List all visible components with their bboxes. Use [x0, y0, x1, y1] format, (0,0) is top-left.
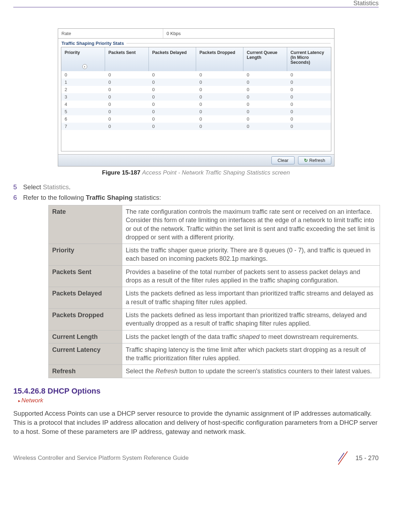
definition-text: Lists the packet length of the data traf…: [122, 330, 380, 343]
refresh-button[interactable]: Refresh: [298, 156, 331, 164]
cell: 0: [105, 101, 149, 108]
definition-row: Current LatencyTraffic shaping latency i…: [49, 343, 380, 365]
cell: 0: [196, 101, 243, 108]
definition-row: Current LengthLists the packet length of…: [49, 330, 380, 343]
step-6: 6 Refer to the following Traffic Shaping…: [13, 194, 379, 202]
col-packets-sent[interactable]: Packets Sent: [105, 47, 149, 71]
col-packets-dropped[interactable]: Packets Dropped: [196, 47, 243, 71]
col-packets-delayed[interactable]: Packets Delayed: [149, 47, 196, 71]
figure-desc: Access Point - Network Traffic Shaping S…: [142, 169, 290, 176]
step-num: 6: [13, 194, 23, 202]
cell: 0: [105, 123, 149, 130]
fieldset-title: Traffic Shaping Priority Stats: [58, 39, 334, 47]
cell: 0: [287, 71, 331, 79]
cell: 0: [196, 108, 243, 115]
cell: 0: [287, 115, 331, 123]
table-row[interactable]: 500000: [61, 108, 331, 115]
definition-term: Rate: [49, 205, 122, 244]
cell: 3: [61, 93, 105, 101]
grid-empty-space: [61, 130, 331, 151]
cell: 0: [149, 86, 196, 93]
table-row[interactable]: 600000: [61, 115, 331, 123]
cell: 0: [243, 108, 287, 115]
definition-text: Provides a baseline of the total number …: [122, 265, 380, 287]
table-row[interactable]: 200000: [61, 86, 331, 93]
rate-row: Rate 0 Kbps: [58, 29, 334, 39]
table-row[interactable]: 100000: [61, 79, 331, 86]
table-row[interactable]: 400000: [61, 101, 331, 108]
clear-button[interactable]: Clear: [271, 156, 294, 164]
cell: 0: [243, 93, 287, 101]
grid-body: 0000001000002000003000004000005000006000…: [61, 71, 331, 130]
definition-row: Packets SentProvides a baseline of the t…: [49, 265, 380, 287]
definition-text: The rate configuration controls the maxi…: [122, 205, 380, 244]
cell: 0: [61, 71, 105, 79]
definition-text: Lists the packets defined as less import…: [122, 287, 380, 309]
definition-text: Select the Refresh button to update the …: [122, 365, 380, 378]
fieldset-rule: [126, 43, 331, 43]
cell: 0: [149, 115, 196, 123]
cell: 0: [105, 115, 149, 123]
definition-text: Traffic shaping latency is the time limi…: [122, 343, 380, 365]
col-current-queue[interactable]: Current Queue Length: [243, 47, 287, 71]
cell: 0: [196, 86, 243, 93]
cell: 0: [287, 123, 331, 130]
cell: 0: [149, 101, 196, 108]
cell: 0: [243, 86, 287, 93]
cell: 0: [149, 71, 196, 79]
definition-term: Priority: [49, 244, 122, 266]
step-num: 5: [13, 183, 23, 191]
cell: 0: [105, 71, 149, 79]
definitions-table: RateThe rate configuration controls the …: [48, 205, 380, 378]
page-footer: Wireless Controller and Service Platform…: [13, 450, 379, 466]
table-row[interactable]: 700000: [61, 123, 331, 130]
grid-header: Priority • Packets Sent Packets Delayed …: [61, 47, 331, 71]
table-row[interactable]: 000000: [61, 71, 331, 79]
cell: 0: [287, 93, 331, 101]
button-bar: Clear Refresh: [58, 154, 334, 166]
cell: 0: [287, 79, 331, 86]
figure-label: Figure 15-187: [102, 169, 140, 176]
cell: 0: [243, 71, 287, 79]
cell: 0: [149, 123, 196, 130]
cell: 0: [243, 79, 287, 86]
definition-text: Lists the traffic shaper queue priority.…: [122, 244, 380, 266]
cell: 0: [243, 115, 287, 123]
header-rule: Statistics: [13, 7, 379, 7]
rate-value: 0 Kbps: [163, 29, 184, 38]
definition-text: Lists the packets defined as less import…: [122, 308, 380, 330]
definition-row: RateThe rate configuration controls the …: [49, 205, 380, 244]
breadcrumb-network[interactable]: Network: [18, 397, 43, 404]
cell: 0: [196, 115, 243, 123]
rate-label: Rate: [58, 29, 163, 38]
cell: 0: [149, 93, 196, 101]
footer-page-number: 15 - 270: [355, 455, 379, 462]
definition-row: RefreshSelect the Refresh button to upda…: [49, 365, 380, 378]
col-current-latency[interactable]: Current Latency (In Micro Seconds): [287, 47, 331, 71]
cell: 0: [149, 108, 196, 115]
cell: 0: [105, 93, 149, 101]
definition-term: Current Length: [49, 330, 122, 343]
footer-guide-title: Wireless Controller and Service Platform…: [13, 455, 189, 462]
cell: 6: [61, 115, 105, 123]
col-priority[interactable]: Priority •: [61, 47, 105, 71]
cell: 0: [243, 123, 287, 130]
cell: 0: [196, 79, 243, 86]
table-row[interactable]: 300000: [61, 93, 331, 101]
definition-term: Packets Sent: [49, 265, 122, 287]
definition-term: Packets Dropped: [49, 308, 122, 330]
header-section-label: Statistics: [353, 0, 379, 7]
step-5-link: Statistics: [43, 183, 69, 191]
cell: 2: [61, 86, 105, 93]
definition-term: Packets Delayed: [49, 287, 122, 309]
section-paragraph: Supported Access Points can use a DHCP s…: [13, 409, 379, 436]
cell: 0: [105, 86, 149, 93]
cell: 0: [287, 101, 331, 108]
cell: 0: [196, 123, 243, 130]
embedded-screenshot: Rate 0 Kbps Traffic Shaping Priority Sta…: [58, 28, 334, 166]
sort-indicator-icon[interactable]: •: [82, 64, 87, 69]
cell: 0: [287, 108, 331, 115]
cell: 0: [105, 79, 149, 86]
definition-term: Current Latency: [49, 343, 122, 365]
stats-grid: Priority • Packets Sent Packets Delayed …: [61, 47, 331, 151]
